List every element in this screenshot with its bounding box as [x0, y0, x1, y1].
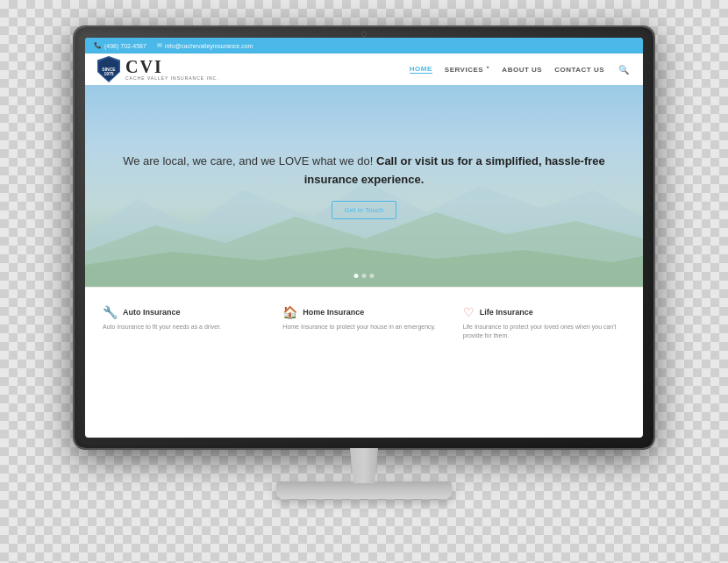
email-address: info@cachevalleyinsurance.com — [165, 43, 253, 49]
logo-area: SINCE1975 CVI CACHE VALLEY INSURANCE INC… — [97, 56, 219, 82]
service-auto: 🔧 Auto Insurance Auto Insurance to fit y… — [103, 305, 265, 340]
life-insurance-desc: Life Insurance to protect your loved one… — [463, 323, 625, 340]
camera-dot — [361, 32, 367, 37]
service-home-header: 🏠 Home Insurance — [282, 305, 445, 319]
nav-about[interactable]: ABOUT US — [502, 66, 542, 74]
email-icon: ✉ — [157, 42, 162, 49]
monitor-neck — [329, 448, 399, 483]
hero-dot-2[interactable] — [362, 274, 367, 278]
phone-icon: 📞 — [94, 42, 102, 49]
service-home: 🏠 Home Insurance Home Insurance to prote… — [282, 305, 445, 340]
logo-cvi: CVI — [125, 58, 219, 75]
get-in-touch-button[interactable]: Get in Touch — [332, 201, 397, 219]
hero-dot-1[interactable] — [354, 274, 359, 278]
home-insurance-desc: Home Insurance to protect your house in … — [282, 323, 445, 331]
hero-dot-3[interactable] — [370, 274, 375, 278]
logo-shield-icon: SINCE1975 — [97, 56, 120, 82]
nav-home[interactable]: HOME — [410, 65, 432, 74]
service-life: ♡ Life Insurance Life Insurance to prote… — [463, 305, 625, 340]
logo-subtitle: CACHE VALLEY INSURANCE INC. — [125, 75, 219, 81]
monitor-base — [276, 481, 452, 499]
nav-links: HOME SERVICES ˅ ABOUT US CONTACT US 🔍 — [410, 62, 631, 76]
phone-number: (498) 702-4587 — [104, 43, 146, 49]
nav-services[interactable]: SERVICES ˅ — [445, 66, 490, 74]
search-icon[interactable]: 🔍 — [617, 62, 631, 76]
hero-text: We are local, we care, and we LOVE what … — [120, 153, 608, 189]
monitor-wrapper: 📞 (498) 702-4587 ✉ info@cachevalleyinsur… — [66, 27, 662, 536]
logo-text: CVI CACHE VALLEY INSURANCE INC. — [125, 58, 219, 81]
auto-insurance-icon: 🔧 — [103, 305, 118, 319]
hero-section: We are local, we care, and we LOVE what … — [85, 85, 643, 287]
top-info-bar: 📞 (498) 702-4587 ✉ info@cachevalleyinsur… — [85, 38, 643, 53]
hero-content: We are local, we care, and we LOVE what … — [85, 153, 643, 219]
service-auto-header: 🔧 Auto Insurance — [103, 305, 265, 319]
hero-text-normal: We are local, we care, and we LOVE what … — [123, 154, 373, 167]
email-info: ✉ info@cachevalleyinsurance.com — [157, 42, 253, 49]
nav-contact[interactable]: CONTACT US — [554, 66, 604, 74]
service-life-header: ♡ Life Insurance — [463, 305, 625, 319]
life-insurance-icon: ♡ — [463, 305, 475, 319]
home-insurance-icon: 🏠 — [282, 305, 297, 319]
nav-bar: SINCE1975 CVI CACHE VALLEY INSURANCE INC… — [85, 53, 643, 85]
home-insurance-title: Home Insurance — [303, 308, 364, 317]
screen: 📞 (498) 702-4587 ✉ info@cachevalleyinsur… — [85, 38, 643, 438]
hero-dots — [354, 274, 375, 278]
monitor-bezel: 📞 (498) 702-4587 ✉ info@cachevalleyinsur… — [75, 27, 653, 448]
auto-insurance-title: Auto Insurance — [123, 308, 181, 317]
services-section: 🔧 Auto Insurance Auto Insurance to fit y… — [85, 287, 643, 358]
phone-info: 📞 (498) 702-4587 — [94, 42, 146, 49]
auto-insurance-desc: Auto Insurance to fit your needs as a dr… — [103, 323, 265, 331]
life-insurance-title: Life Insurance — [480, 308, 533, 317]
